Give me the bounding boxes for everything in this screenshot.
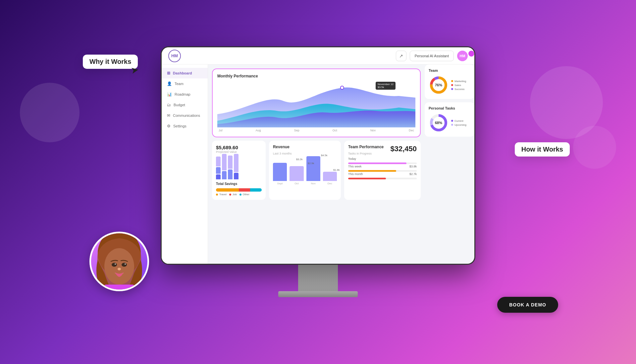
chart-tooltip: November 12$3.5k	[376, 82, 396, 90]
tasks-donut-title: Personal Tasks	[429, 106, 470, 110]
revenue-bars: $3.2k $2.9k $4.5k $1.8k Sept	[273, 159, 337, 185]
savings-bars	[216, 156, 262, 179]
sidebar-item-budget[interactable]: 🗂 Budget	[162, 100, 208, 110]
rev-val-4: $1.8k	[333, 168, 340, 171]
bar-4	[234, 154, 238, 179]
revenue-card: Revenue Last 3 months $3.2k $2.9k $4.5k	[269, 141, 341, 200]
monitor: HM ↗ Personal AI Assistant HM ⊞ Dashboar…	[156, 46, 480, 318]
perf-value-month: $2.7k	[409, 172, 417, 176]
svg-point-10	[112, 263, 117, 267]
bottom-cards-row: $5,689.60 Projected Value	[212, 141, 421, 200]
rev-col-dec: Dec	[323, 172, 337, 185]
avatar-face-svg	[91, 233, 147, 290]
how-it-works-label: How it Works	[521, 146, 563, 153]
revenue-subtitle: Last 3 months	[273, 152, 292, 155]
perf-bar-bg-week	[348, 170, 417, 172]
svg-point-14	[115, 263, 116, 265]
team-performance-card: Team Performance Tasks in Progress $32,4…	[344, 141, 421, 200]
perf-row-week: This week $3.8k	[348, 165, 417, 168]
perf-label-today: Today	[348, 157, 356, 160]
blob-right2	[573, 126, 616, 169]
legend-sales: Sales	[451, 84, 466, 87]
chart-area: November 12$3.5k	[217, 81, 415, 127]
total-savings-label: Total Savings	[216, 182, 262, 186]
rev-col-sept: Sept	[273, 163, 287, 185]
user-avatar-button[interactable]: HM	[457, 51, 468, 61]
logo: HM	[168, 50, 181, 62]
sidebar-item-communications[interactable]: ✉ Communications	[162, 110, 208, 121]
sidebar-item-dashboard[interactable]: ⊞ Dashboard	[162, 68, 208, 78]
tasks-donut-container: 68%	[429, 113, 449, 133]
budget-icon: 🗂	[167, 103, 171, 107]
comms-icon: ✉	[167, 113, 170, 118]
rev-label-oct: Oct	[294, 182, 298, 185]
dashboard-icon: ⊞	[167, 71, 170, 75]
dashboard-header: HM ↗ Personal AI Assistant HM	[162, 47, 474, 65]
perf-bar-month	[348, 178, 386, 179]
perf-label-week: This week	[348, 165, 362, 168]
dashboard: HM ↗ Personal AI Assistant HM ⊞ Dashboar…	[162, 47, 474, 264]
header-right: ↗ Personal AI Assistant HM	[396, 51, 468, 61]
bar-3	[228, 156, 233, 179]
share-button[interactable]: ↗	[396, 51, 406, 61]
main-content: Monthly Performance November 12$3.5k	[208, 65, 425, 264]
team-donut-container: 76%	[429, 75, 449, 95]
rev-val-3: $4.5k	[321, 154, 328, 157]
right-sidebar: Team 76	[425, 65, 474, 264]
perf-row-today: Today	[348, 157, 417, 160]
rev-label-dec: Dec	[328, 182, 332, 185]
perf-bar-bg-month	[348, 178, 417, 179]
how-it-works-callout: How it Works	[515, 142, 570, 157]
rev-val-2: $2.9k	[308, 162, 314, 165]
tasks-donut-card: Personal Tasks 68%	[425, 102, 474, 137]
sidebar-item-settings[interactable]: ⚙ Settings	[162, 121, 208, 131]
svg-point-15	[125, 263, 126, 265]
cursor-arrow: ➤	[130, 64, 139, 76]
team-perf-value: $32,450	[390, 145, 417, 153]
projected-label: Projected Value	[216, 150, 262, 154]
scene: HM ↗ Personal AI Assistant HM ⊞ Dashboar…	[0, 0, 636, 364]
team-donut-title: Team	[429, 68, 470, 72]
svg-point-12	[118, 268, 121, 270]
book-demo-button[interactable]: BOOK A DEMO	[497, 297, 558, 313]
svg-point-0	[341, 86, 344, 89]
perf-bar-week	[348, 170, 396, 172]
team-perf-title: Team Performance	[348, 145, 384, 149]
team-donut-card: Team 76	[425, 65, 474, 99]
perf-value-week: $3.8k	[409, 165, 417, 168]
monthly-performance-card: Monthly Performance November 12$3.5k	[212, 68, 421, 137]
savings-card: $5,689.60 Projected Value	[212, 141, 266, 200]
bar-2	[222, 154, 227, 179]
settings-icon: ⚙	[167, 124, 171, 128]
roadmap-icon: 📊	[167, 92, 172, 97]
why-it-works-label: Why it Works	[89, 58, 131, 65]
sidebar-item-team[interactable]: 👤 Team	[162, 78, 208, 89]
tasks-donut-pct: 68%	[435, 121, 442, 125]
why-it-works-callout: Why it Works	[83, 55, 138, 69]
team-donut-pct: 76%	[435, 83, 442, 87]
rev-label-nov: Nov	[311, 182, 316, 185]
sidebar-item-roadmap[interactable]: 📊 Roadmap	[162, 89, 208, 100]
legend-job: Job	[229, 193, 237, 196]
monitor-screen: HM ↗ Personal AI Assistant HM ⊞ Dashboar…	[161, 46, 475, 265]
legend-upcoming: Upcoming	[451, 123, 466, 126]
legend-other: Other	[239, 193, 249, 196]
bar-1	[216, 157, 221, 179]
svg-rect-13	[104, 285, 134, 290]
team-perf-subtitle: Tasks in Progress	[348, 152, 384, 155]
savings-progress-bar	[216, 188, 262, 192]
perf-bar-today	[348, 162, 406, 164]
rev-col-nov: Nov	[306, 156, 320, 185]
chart-labels: Jul Aug Sep Oct Nov Dec	[217, 129, 415, 132]
ai-assistant-button[interactable]: Personal AI Assistant	[410, 51, 454, 61]
chart-title: Monthly Performance	[217, 74, 415, 78]
projected-value: $5,689.60	[216, 145, 262, 150]
perf-label-month: This month	[348, 172, 363, 176]
team-donut-wrapper: 76% Marketing Sales	[429, 75, 470, 95]
team-donut-legend: Marketing Sales Success	[451, 80, 466, 91]
tasks-donut-legend: Current Upcoming	[451, 119, 466, 126]
legend-marketing: Marketing	[451, 80, 466, 83]
dashboard-body: ⊞ Dashboard 👤 Team 📊 Roadmap 🗂	[162, 65, 474, 264]
perf-row-month: This month $2.7k	[348, 172, 417, 176]
savings-legend: Travel Job Other	[216, 193, 262, 196]
